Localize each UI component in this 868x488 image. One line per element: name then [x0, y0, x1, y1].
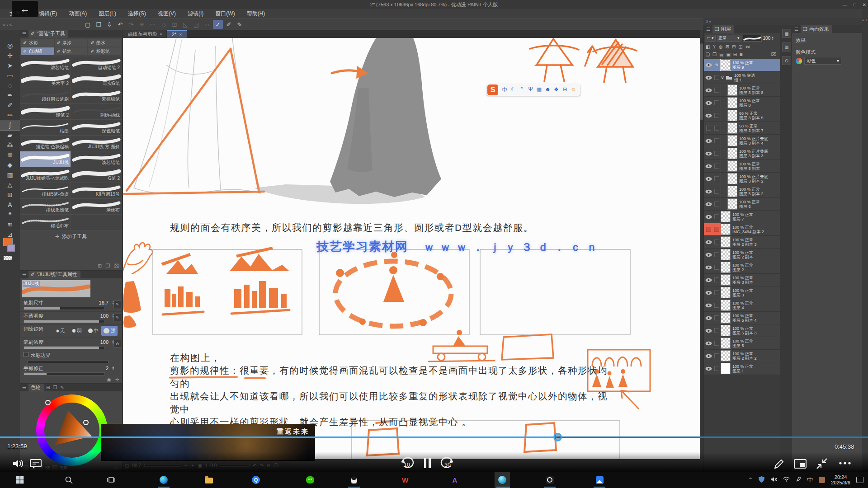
layer-visibility-toggle[interactable]: [704, 303, 713, 308]
brush-item[interactable]: 排线5笔-负虞: [20, 183, 71, 199]
new-canvas-icon[interactable]: ▢: [83, 20, 93, 29]
add-subtool-button[interactable]: ✛ 添加子工具: [20, 232, 122, 240]
blend-mode-dropdown[interactable]: 正常▾: [717, 35, 741, 42]
layer-toolbar-icon[interactable]: ◧: [706, 44, 710, 49]
notification-center-icon[interactable]: [856, 477, 863, 483]
property-slider[interactable]: [27, 360, 108, 363]
panel-menu-icon[interactable]: ☰: [22, 385, 26, 390]
layer-row[interactable]: 66 % 正常图层 3 副本 5: [704, 109, 781, 122]
layer-thumbnail[interactable]: [721, 287, 731, 298]
mask-a-icon[interactable]: ◺: [180, 20, 190, 29]
notes-button[interactable]: [773, 458, 785, 470]
brush-item[interactable]: 涂丝布: [71, 199, 122, 215]
brush-item[interactable]: 自动铅笔 2: [71, 56, 122, 72]
layer-toolbar-icon[interactable]: ⊠: [726, 44, 729, 49]
layer-check-cell[interactable]: [713, 252, 721, 257]
menu-item[interactable]: 视图(V): [152, 9, 182, 18]
layer-row[interactable]: 100 % 正常图层 1: [704, 362, 781, 375]
layer-check-cell[interactable]: [713, 126, 721, 131]
marker-tool-icon[interactable]: ✏: [0, 110, 20, 120]
eyedropper-tool-icon[interactable]: ✒: [0, 90, 20, 100]
eraser-tool-icon[interactable]: ▰: [0, 130, 20, 140]
brush-item[interactable]: JUJU线 方-颓斜: [71, 136, 122, 151]
tool-property-footer-icon[interactable]: ◉: [107, 377, 111, 383]
layer-toolbar-icon[interactable]: ❐: [712, 52, 717, 57]
menu-item[interactable]: 帮助(H): [241, 9, 271, 18]
progress-bar-remaining[interactable]: [557, 436, 868, 438]
folder-expand-icon[interactable]: ∨: [721, 75, 724, 80]
opacity-stepper[interactable]: ▴▾: [772, 36, 774, 40]
layer-row[interactable]: 100 % 正常图层 5 副本 3: [704, 324, 781, 337]
panel-collapse-icons[interactable]: « ‹ «: [0, 22, 14, 27]
layer-row[interactable]: 100 % 正常图层 6: [704, 198, 781, 211]
layer-thumbnail[interactable]: [721, 262, 731, 273]
layer-visibility-toggle[interactable]: [704, 240, 713, 244]
property-value[interactable]: 100: [100, 313, 108, 319]
forward-30-button[interactable]: 30: [439, 456, 456, 470]
qq-app[interactable]: [346, 472, 362, 488]
layer-visibility-toggle[interactable]: [704, 223, 713, 235]
layer-check-cell[interactable]: [713, 353, 721, 358]
property-value[interactable]: 100: [100, 339, 108, 345]
brush-item[interactable]: JUJU线赠品-△笔试吃: [20, 167, 71, 183]
night-mode-icon[interactable]: ☾: [509, 86, 518, 94]
layer-row[interactable]: ∨100 % 穿透组 1: [704, 71, 781, 84]
layer-check-cell[interactable]: [713, 100, 721, 105]
brush-category-自动铅[interactable]: ✐自动铅: [21, 47, 54, 55]
wps-app[interactable]: W: [397, 472, 413, 488]
document-tab[interactable]: 2*×: [167, 30, 187, 38]
layer-check-cell[interactable]: [713, 290, 721, 295]
layer-visibility-toggle[interactable]: [704, 151, 713, 156]
layer-toolbar-icon[interactable]: ⊟: [733, 52, 737, 57]
layer-thumbnail[interactable]: [721, 249, 731, 260]
tray-app-icon[interactable]: [819, 477, 825, 483]
layer-check-cell[interactable]: [713, 113, 721, 118]
tray-chevron-up-icon[interactable]: ⌃: [748, 477, 753, 483]
layer-thumbnail[interactable]: [727, 135, 737, 146]
layer-row[interactable]: 100 % 正常图层 5 副本 4: [704, 312, 781, 324]
layer-thumbnail[interactable]: [727, 198, 737, 210]
layer-visibility-toggle[interactable]: [704, 75, 713, 80]
collapse-left-icon[interactable]: ‖ «: [706, 19, 711, 24]
open-file-icon[interactable]: ❐: [94, 20, 104, 29]
property-dynamics-button[interactable]: ⊘: [113, 340, 121, 347]
layer-toolbar-icon[interactable]: ⌧: [771, 52, 776, 57]
object-tool-icon[interactable]: ➤: [0, 61, 20, 70]
refresh-icon[interactable]: ✳: [137, 20, 147, 29]
layer-thumbnail[interactable]: [727, 122, 737, 134]
lasso-tool-icon[interactable]: ◌: [0, 80, 20, 90]
brush-tool-icon[interactable]: ʃ: [0, 120, 20, 130]
layer-toolbar-icon[interactable]: ⋈: [745, 44, 750, 49]
layer-check-cell[interactable]: [713, 151, 721, 156]
danmaku-button[interactable]: [30, 459, 42, 469]
a-app[interactable]: A: [447, 472, 462, 488]
brush-item[interactable]: 棉毛巾布: [20, 215, 71, 230]
layer-check-cell[interactable]: [713, 223, 721, 235]
antialias-option-无[interactable]: 无: [52, 326, 69, 336]
brush-item[interactable]: 描边笔 色块起稿: [20, 136, 71, 151]
layer-visibility-toggle[interactable]: [704, 366, 713, 371]
layer-visibility-toggle[interactable]: [704, 101, 713, 105]
sv-knob[interactable]: [83, 420, 89, 425]
layer-row[interactable]: 100 % 正常图层 2 副本: [704, 249, 781, 261]
layer-row[interactable]: 100 % 正常图层 3 副本 8: [704, 84, 781, 97]
more-options-button[interactable]: [838, 461, 852, 465]
layer-check-cell[interactable]: [713, 176, 721, 181]
layer-visibility-toggle[interactable]: [704, 253, 713, 257]
select-rect-icon[interactable]: ▭: [148, 20, 158, 29]
layer-visibility-toggle[interactable]: [704, 63, 713, 67]
layer-check-cell[interactable]: [713, 88, 721, 93]
effects-tab[interactable]: ❏ 画面效果: [801, 25, 832, 33]
layer-check-cell[interactable]: [713, 366, 721, 371]
antialias-option-强[interactable]: 强: [101, 326, 118, 336]
layers-tab[interactable]: ❏ 图层: [712, 25, 734, 33]
layer-thumbnail[interactable]: [727, 84, 737, 96]
layer-thumbnail[interactable]: [727, 173, 737, 184]
property-slider[interactable]: [24, 346, 105, 349]
taskbar-clock[interactable]: 20:24 2025/3/6: [831, 474, 850, 485]
panel-menu-icon[interactable]: ☰: [794, 27, 798, 32]
layer-check-cell[interactable]: [713, 239, 721, 244]
color-wheel-tab[interactable]: 色轮: [28, 384, 44, 392]
layer-row[interactable]: 100 % 正片叠底图层 3 副本 4: [704, 135, 781, 147]
punctuation-icon[interactable]: ❜: [518, 86, 526, 94]
